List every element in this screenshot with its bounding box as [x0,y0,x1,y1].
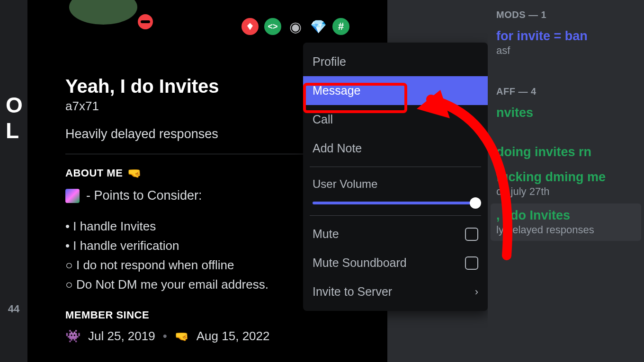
mute-checkbox[interactable] [465,228,478,241]
member-name: nvites [496,106,635,120]
menu-mute[interactable]: Mute [303,220,488,248]
sparkle-icon [65,189,80,203]
mute-soundboard-label: Mute Soundboard [313,256,407,270]
user-context-menu: Profile Message Call Add Note User Volum… [303,43,488,311]
hypesquad-badge-icon [242,18,259,35]
menu-call[interactable]: Call [303,105,488,134]
member-item[interactable]: doing invites rn [496,145,635,159]
developer-badge-icon: <> [264,18,281,35]
user-volume-label: User Volume [303,171,488,195]
hash-badge-icon: # [332,18,349,35]
menu-mute-soundboard[interactable]: Mute Soundboard [303,248,488,277]
about-me-label: ABOUT ME [65,167,123,179]
dnd-status-icon [134,10,157,33]
member-name: , I do Invites [496,208,635,223]
badge-count: 44 [8,303,19,315]
member-since-row: 👾 Jul 25, 2019 • 🤜 Aug 15, 2022 [65,329,349,344]
volume-track [313,202,478,204]
role-header-staff: AFF — 4 [496,86,635,97]
server-emoji-icon: 🤜 [175,330,189,343]
chevron-right-icon: › [475,286,478,298]
member-status: ly delayed responses [496,224,635,236]
boost-badge-icon: 💎 [310,18,327,35]
member-name: for invite = ban [496,29,635,44]
server-list-edge: O L 44 [0,0,27,362]
member-item[interactable]: for invite = ban asf [496,29,635,57]
user-avatar[interactable] [65,0,141,28]
member-since-section: MEMBER SINCE 👾 Jul 25, 2019 • 🤜 Aug 15, … [65,309,349,344]
member-item[interactable]: fucking dming me on july 27th [496,170,635,198]
menu-message[interactable]: Message [303,76,488,105]
dot-separator: • [163,329,167,344]
avatar-area: <> ◉ 💎 # [46,0,368,47]
menu-add-note[interactable]: Add Note [303,134,488,163]
server-join-date: Aug 15, 2022 [197,329,270,344]
profile-badges: <> ◉ 💎 # [242,18,349,35]
member-list: MODS — 1 for invite = ban asf AFF — 4 nv… [488,0,644,362]
about-heading: - Points to Consider: [86,188,202,203]
menu-profile[interactable]: Profile [303,47,488,76]
role-header-mods: MODS — 1 [496,9,635,20]
wu-emoji-icon: 🤜 [127,167,142,180]
mute-soundboard-checkbox[interactable] [465,256,478,270]
menu-invite-to-server[interactable]: Invite to Server › [303,277,488,306]
member-name: doing invites rn [496,145,635,159]
nitro-badge-icon: ◉ [287,18,304,35]
mute-label: Mute [313,227,339,241]
volume-thumb[interactable] [470,197,481,209]
member-name: fucking dming me [496,170,635,185]
member-item[interactable]: nvites [496,106,635,120]
volume-slider[interactable] [313,197,478,209]
invite-label: Invite to Server [313,285,392,299]
discord-join-date: Jul 25, 2019 [88,329,155,344]
menu-divider [310,215,481,216]
partial-text: O L [6,92,27,143]
member-status: asf [496,44,635,57]
discord-logo-icon: 👾 [65,329,80,344]
menu-divider [310,167,481,167]
member-status: on july 27th [496,185,635,198]
member-item-selected[interactable]: , I do Invites ly delayed responses [491,203,641,241]
